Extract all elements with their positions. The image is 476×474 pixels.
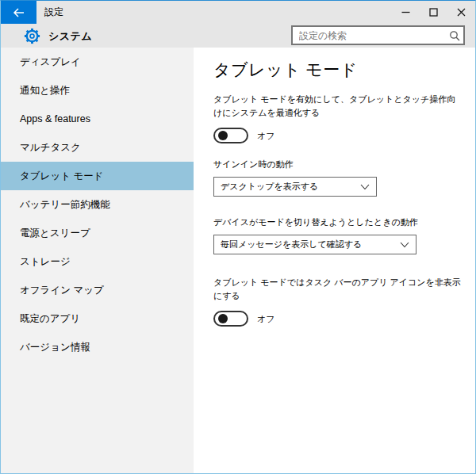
sidebar-item-label: 電源とスリープ bbox=[20, 227, 90, 239]
chevron-down-icon bbox=[360, 184, 370, 190]
sidebar-item-label: 既定のアプリ bbox=[20, 313, 80, 324]
sidebar-item-battery-saver[interactable]: バッテリー節約機能 bbox=[1, 190, 194, 219]
sidebar-nav: ディスプレイ 通知と操作 Apps & features マルチタスク タブレッ… bbox=[1, 48, 194, 474]
sidebar-item-label: オフライン マップ bbox=[20, 285, 104, 296]
app-header: システム bbox=[23, 27, 92, 45]
hide-taskbar-icons-description: タブレット モードではタスク バーのアプリ アイコンを非表示にする bbox=[213, 276, 464, 303]
page-title: タブレット モード bbox=[213, 59, 464, 81]
search-input[interactable] bbox=[293, 27, 446, 44]
sidebar-item-apps-features[interactable]: Apps & features bbox=[1, 105, 194, 133]
tablet-mode-toggle-row: オフ bbox=[213, 128, 464, 143]
back-arrow-icon bbox=[12, 6, 25, 19]
window-body: ディスプレイ 通知と操作 Apps & features マルチタスク タブレッ… bbox=[1, 48, 475, 474]
window-title: 設定 bbox=[44, 1, 63, 25]
dropdown-selected-value: 毎回メッセージを表示して確認する bbox=[221, 239, 400, 250]
sidebar-item-label: バッテリー節約機能 bbox=[20, 199, 110, 210]
sidebar-item-multitasking[interactable]: マルチタスク bbox=[1, 133, 194, 162]
maximize-button[interactable] bbox=[420, 1, 447, 24]
search-icon bbox=[449, 30, 460, 41]
sidebar-item-offline-maps[interactable]: オフライン マップ bbox=[1, 276, 194, 304]
gear-icon bbox=[23, 27, 41, 45]
sidebar-item-display[interactable]: ディスプレイ bbox=[1, 48, 194, 76]
app-section-title: システム bbox=[48, 29, 92, 44]
window-chrome: 設定 bbox=[1, 1, 475, 48]
sidebar-item-default-apps[interactable]: 既定のアプリ bbox=[1, 304, 194, 333]
back-button[interactable] bbox=[1, 1, 36, 24]
toggle-state-label: オフ bbox=[257, 130, 275, 142]
signin-behavior-dropdown[interactable]: デスクトップを表示する bbox=[213, 177, 377, 197]
minimize-button[interactable] bbox=[392, 1, 420, 24]
chevron-down-icon bbox=[400, 242, 409, 248]
close-button[interactable] bbox=[447, 1, 475, 24]
toggle-state-label: オフ bbox=[257, 313, 275, 325]
window-controls bbox=[392, 1, 475, 24]
toggle-knob bbox=[218, 314, 228, 323]
search-box bbox=[291, 25, 465, 45]
mode-switch-behavior-label: デバイスがモードを切り替えようとしたときの動作 bbox=[213, 216, 464, 228]
search-submit[interactable] bbox=[446, 27, 463, 44]
tablet-mode-toggle[interactable] bbox=[213, 128, 248, 143]
sidebar-item-label: ストレージ bbox=[20, 256, 71, 267]
hide-taskbar-icons-toggle-row: オフ bbox=[213, 311, 464, 327]
mode-switch-behavior-dropdown[interactable]: 毎回メッセージを表示して確認する bbox=[213, 235, 416, 254]
sidebar-item-storage[interactable]: ストレージ bbox=[1, 247, 194, 276]
sidebar-item-about[interactable]: バージョン情報 bbox=[1, 333, 194, 361]
sidebar-item-label: 通知と操作 bbox=[20, 85, 70, 96]
sidebar-item-label: Apps & features bbox=[20, 113, 90, 124]
hide-taskbar-icons-toggle[interactable] bbox=[213, 311, 248, 327]
signin-behavior-label: サインイン時の動作 bbox=[213, 159, 464, 170]
toggle-knob bbox=[218, 131, 228, 140]
sidebar-item-notifications[interactable]: 通知と操作 bbox=[1, 76, 194, 105]
minimize-icon bbox=[401, 8, 410, 17]
sidebar-item-label: バージョン情報 bbox=[20, 342, 90, 353]
sidebar-item-power-sleep[interactable]: 電源とスリープ bbox=[1, 219, 194, 247]
titlebar: 設定 bbox=[1, 1, 475, 25]
close-icon bbox=[457, 8, 466, 17]
page-content: タブレット モード タブレット モードを有効にして、タブレットとタッチ操作向けに… bbox=[194, 48, 475, 474]
dropdown-selected-value: デスクトップを表示する bbox=[221, 181, 360, 193]
sidebar-item-label: タブレット モード bbox=[20, 170, 104, 182]
sidebar-item-label: マルチタスク bbox=[20, 142, 81, 153]
sidebar-item-tablet-mode[interactable]: タブレット モード bbox=[1, 162, 194, 190]
maximize-icon bbox=[429, 8, 438, 17]
sidebar-item-label: ディスプレイ bbox=[20, 56, 81, 67]
tablet-mode-description: タブレット モードを有効にして、タブレットとタッチ操作向けにシステムを最適化する bbox=[213, 93, 464, 120]
settings-window: 設定 bbox=[0, 0, 476, 474]
